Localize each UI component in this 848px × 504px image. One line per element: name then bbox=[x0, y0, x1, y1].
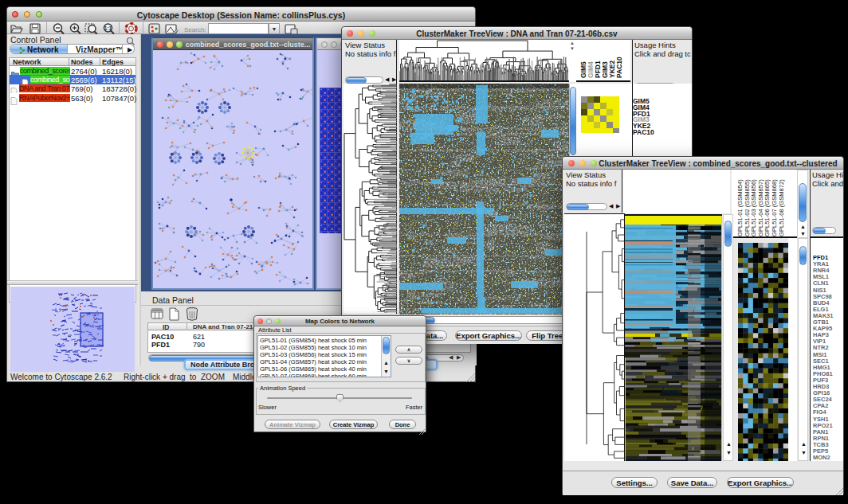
svg-text:1:1: 1:1 bbox=[104, 25, 112, 31]
